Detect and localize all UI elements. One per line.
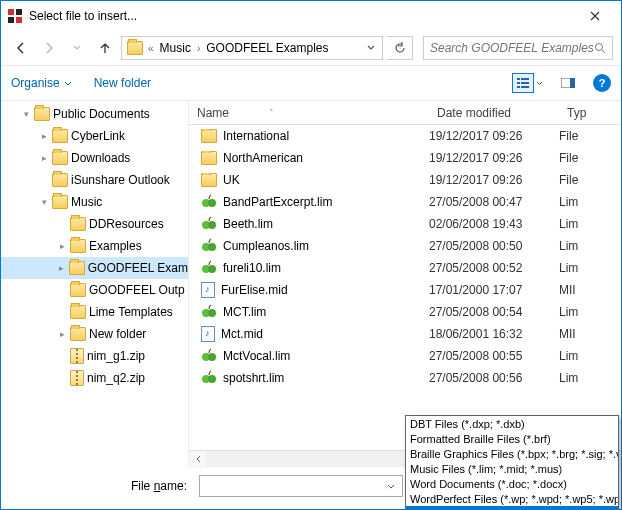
folder-icon <box>70 217 86 231</box>
table-row[interactable]: BandPartExcerpt.lim27/05/2008 00:47Lim <box>189 191 621 213</box>
file-name: fureli10.lim <box>223 261 281 275</box>
view-details-button[interactable] <box>512 73 534 93</box>
refresh-button[interactable] <box>387 36 413 60</box>
expand-icon[interactable]: ▾ <box>39 197 49 207</box>
folder-icon <box>69 261 85 275</box>
breadcrumb-item[interactable]: Music <box>158 41 193 55</box>
filename-input[interactable] <box>199 475 403 497</box>
filetype-dropdown[interactable]: DBT Files (*.dxp; *.dxb)Formatted Braill… <box>405 415 619 510</box>
file-type: Lim <box>559 371 621 385</box>
svg-rect-7 <box>517 82 520 84</box>
expand-icon[interactable]: ▸ <box>39 153 49 163</box>
recent-button[interactable] <box>65 36 89 60</box>
filetype-option[interactable]: Word Documents (*.doc; *.docx) <box>406 476 618 491</box>
tree-item[interactable]: iSunshare Outlook <box>1 169 188 191</box>
file-date: 27/05/2008 00:52 <box>429 261 559 275</box>
table-row[interactable]: FurElise.mid17/01/2000 17:07MII <box>189 279 621 301</box>
column-type[interactable]: Typ <box>559 106 621 120</box>
search-icon[interactable] <box>594 42 606 54</box>
tree-item[interactable]: nim_q2.zip <box>1 367 188 389</box>
folder-icon <box>70 283 86 297</box>
scroll-left-button[interactable] <box>189 451 206 468</box>
tree-item[interactable]: Lime Templates <box>1 301 188 323</box>
filetype-option[interactable]: WordPerfect Files (*.wp; *.wpd; *.wp5; *… <box>406 491 618 506</box>
breadcrumb-item[interactable]: GOODFEEL Examples <box>204 41 330 55</box>
tree-item[interactable]: ▸New folder <box>1 323 188 345</box>
column-date[interactable]: Date modified <box>429 106 559 120</box>
list-header: Name ˄ Date modified Typ <box>189 101 621 125</box>
filetype-option[interactable]: Formatted Braille Files (*.brf) <box>406 431 618 446</box>
svg-rect-1 <box>16 9 22 15</box>
chevron-right-icon[interactable]: › <box>195 43 202 54</box>
expand-icon[interactable]: ▸ <box>57 329 67 339</box>
command-bar: Organise New folder ? <box>1 65 621 101</box>
tree-item[interactable]: ▸Examples <box>1 235 188 257</box>
file-type: Lim <box>559 195 621 209</box>
file-date: 02/06/2008 19:43 <box>429 217 559 231</box>
search-input[interactable] <box>430 41 594 55</box>
app-icon <box>7 8 23 24</box>
forward-button[interactable] <box>37 36 61 60</box>
list-body[interactable]: International19/12/2017 09:26FileNorthAm… <box>189 125 621 450</box>
table-row[interactable]: Cumpleanos.lim27/05/2008 00:50Lim <box>189 235 621 257</box>
filename-dropdown[interactable] <box>386 484 402 489</box>
tree-item[interactable]: nim_g1.zip <box>1 345 188 367</box>
help-button[interactable]: ? <box>593 74 611 92</box>
svg-point-4 <box>596 44 603 51</box>
chevron-down-icon <box>64 81 72 86</box>
table-row[interactable]: fureli10.lim27/05/2008 00:52Lim <box>189 257 621 279</box>
table-row[interactable]: Beeth.lim02/06/2008 19:43Lim <box>189 213 621 235</box>
lime-icon <box>201 348 217 364</box>
file-name: MctVocal.lim <box>223 349 290 363</box>
tree-item[interactable]: DDResources <box>1 213 188 235</box>
table-row[interactable]: MCT.lim27/05/2008 00:54Lim <box>189 301 621 323</box>
table-row[interactable]: Mct.mid18/06/2001 16:32MII <box>189 323 621 345</box>
folder-icon <box>70 239 86 253</box>
svg-rect-9 <box>517 86 520 88</box>
organise-button[interactable]: Organise <box>11 76 72 90</box>
up-button[interactable] <box>93 36 117 60</box>
tree-item-label: nim_q2.zip <box>87 371 145 385</box>
breadcrumb-dropdown[interactable] <box>364 45 378 51</box>
expand-icon[interactable]: ▾ <box>21 109 31 119</box>
table-row[interactable]: International19/12/2017 09:26File <box>189 125 621 147</box>
tree-item[interactable]: ▾Music <box>1 191 188 213</box>
preview-pane-button[interactable] <box>557 73 579 93</box>
tree-item[interactable]: ▸Downloads <box>1 147 188 169</box>
folder-icon <box>70 305 86 319</box>
filename-field[interactable] <box>200 479 386 493</box>
expand-icon[interactable]: ▸ <box>57 241 67 251</box>
filetype-option[interactable]: DBT Files (*.dxp; *.dxb) <box>406 416 618 431</box>
table-row[interactable]: NorthAmerican19/12/2017 09:26File <box>189 147 621 169</box>
search-box[interactable] <box>423 36 613 60</box>
table-row[interactable]: UK19/12/2017 09:26File <box>189 169 621 191</box>
breadcrumb-ellipsis[interactable]: « <box>146 43 156 54</box>
table-row[interactable]: spotshrt.lim27/05/2008 00:56Lim <box>189 367 621 389</box>
lime-icon <box>201 216 217 232</box>
filetype-option[interactable]: All Files (*.*) <box>406 506 618 510</box>
file-name: Cumpleanos.lim <box>223 239 309 253</box>
tree-item[interactable]: ▾Public Documents <box>1 103 188 125</box>
new-folder-button[interactable]: New folder <box>94 76 151 90</box>
filetype-option[interactable]: Braille Graphics Files (*.bpx; *.brg; *.… <box>406 446 618 461</box>
body: ▾Public Documents▸CyberLink▸DownloadsiSu… <box>1 101 621 467</box>
expand-icon[interactable]: ▸ <box>57 263 66 273</box>
back-button[interactable] <box>9 36 33 60</box>
sort-asc-icon: ˄ <box>269 108 274 118</box>
tree-item[interactable]: GOODFEEL Outp <box>1 279 188 301</box>
table-row[interactable]: MctVocal.lim27/05/2008 00:55Lim <box>189 345 621 367</box>
breadcrumb[interactable]: « Music › GOODFEEL Examples <box>121 36 383 60</box>
svg-rect-10 <box>521 86 529 88</box>
titlebar: Select file to insert... <box>1 1 621 31</box>
tree-item[interactable]: ▸CyberLink <box>1 125 188 147</box>
close-button[interactable] <box>575 2 615 30</box>
column-name[interactable]: Name ˄ <box>189 106 429 120</box>
expand-icon[interactable]: ▸ <box>39 131 49 141</box>
folder-tree[interactable]: ▾Public Documents▸CyberLink▸DownloadsiSu… <box>1 101 189 467</box>
file-type: MII <box>559 283 621 297</box>
folder-icon <box>201 129 217 143</box>
svg-rect-5 <box>517 78 520 80</box>
tree-item[interactable]: ▸GOODFEEL Exam <box>1 257 188 279</box>
filetype-option[interactable]: Music Files (*.lim; *.mid; *.mus) <box>406 461 618 476</box>
chevron-down-icon[interactable] <box>536 81 543 86</box>
